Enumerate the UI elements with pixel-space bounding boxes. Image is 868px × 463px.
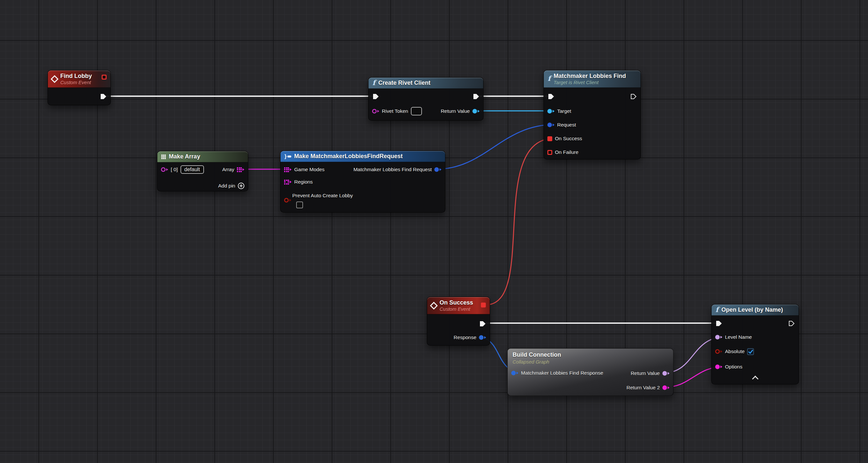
make-array-grid-icon [161, 154, 166, 159]
rivet-token-pin[interactable] [372, 109, 379, 113]
wire-layer [0, 0, 868, 463]
exec-out-pin[interactable] [630, 93, 637, 100]
pin-label-response-in: Matchmaker Lobbies Find Response [521, 370, 603, 376]
pin-label-absolute: Absolute [725, 349, 745, 354]
node-subtitle: Target is Rivet Client [554, 80, 626, 85]
wire-request-to-matchmakerfind [436, 124, 555, 169]
exec-out-pin[interactable] [788, 320, 795, 327]
pin-label-request: Request [557, 122, 576, 128]
function-f-icon: f [548, 74, 551, 83]
node-title: Make MatchmakerLobbiesFindRequest [294, 153, 403, 160]
add-pin-label: Add pin [218, 183, 235, 189]
node-title: Create Rivet Client [378, 80, 430, 86]
pin-label-rivet-token: Rivet Token [382, 108, 408, 114]
node-header[interactable]: Make Array [157, 151, 248, 163]
make-struct-icon: } [284, 153, 291, 159]
node-header[interactable]: } Make MatchmakerLobbiesFindRequest [281, 151, 445, 162]
pin-label-prevent-auto-create-lobby: Prevent Auto Create Lobby [292, 193, 353, 199]
wire-onsuccess-delegate [486, 138, 554, 305]
game-modes-pin[interactable] [284, 167, 291, 172]
node-title: Matchmaker Lobbies Find [554, 73, 626, 80]
absolute-pin[interactable] [715, 349, 722, 354]
pin-label-element-0: [ 0] [171, 167, 178, 172]
request-pin[interactable] [548, 123, 555, 127]
node-header[interactable]: On Success Custom Event [427, 297, 490, 314]
node-title: On Success [439, 299, 473, 306]
collapse-advanced-pins-chevron-icon[interactable] [752, 376, 758, 382]
exec-in-pin[interactable] [548, 93, 555, 100]
pin-label-response: Response [454, 335, 476, 340]
node-on-success[interactable]: On Success Custom Event Response [427, 297, 490, 346]
node-find-lobby[interactable]: Find Lobby Custom Event [48, 70, 111, 105]
node-title: Find Lobby [60, 73, 92, 80]
response-pin[interactable] [479, 335, 486, 340]
pin-label-return-value: Return Value [441, 108, 470, 114]
node-header[interactable]: f Open Level (by Name) [712, 305, 799, 316]
pin-label-request-out: Matchmaker Lobbies Find Request [353, 167, 432, 172]
prevent-auto-create-lobby-checkbox[interactable] [296, 202, 303, 208]
node-subtitle: Collapsed Graph [513, 359, 549, 365]
pin-label-regions: Regions [294, 179, 313, 185]
exec-out-pin[interactable] [100, 93, 107, 100]
delegate-pin[interactable] [481, 302, 486, 308]
node-subtitle: Custom Event [60, 80, 92, 85]
pin-label-return-value-2: Return Value 2 [626, 385, 660, 390]
options-pin[interactable] [715, 365, 722, 369]
regions-pin[interactable] [284, 180, 291, 184]
function-f-icon: f [372, 79, 375, 87]
pin-label-return-value: Return Value [631, 370, 660, 376]
node-title: Make Array [169, 153, 200, 160]
node-header[interactable]: f Create Rivet Client [369, 78, 483, 89]
pin-label-on-success: On Success [555, 136, 582, 142]
node-matchmaker-lobbies-find[interactable]: f Matchmaker Lobbies Find Target is Rive… [544, 70, 641, 160]
node-title: Build Connection [513, 351, 561, 358]
node-make-matchmakerlobbiesfindrequest[interactable]: } Make MatchmakerLobbiesFindRequest Game… [280, 151, 445, 212]
prevent-auto-create-lobby-pin[interactable] [284, 198, 291, 202]
matchmaker-lobbies-find-response-pin[interactable] [511, 371, 518, 375]
exec-out-pin[interactable] [472, 93, 479, 100]
node-open-level-by-name[interactable]: f Open Level (by Name) Level Name Absolu… [711, 304, 799, 384]
delegate-pin[interactable] [102, 75, 106, 80]
exec-out-pin[interactable] [479, 320, 486, 327]
absolute-checkbox[interactable] [747, 348, 754, 355]
on-failure-delegate-pin[interactable] [548, 150, 552, 155]
node-header[interactable]: Find Lobby Custom Event [48, 70, 111, 88]
function-f-icon: f [715, 306, 718, 314]
request-out-pin[interactable] [434, 167, 441, 172]
node-title: Open Level (by Name) [721, 307, 783, 313]
return-value-pin[interactable] [472, 109, 479, 113]
return-value-pin[interactable] [662, 371, 670, 376]
exec-in-pin[interactable] [372, 93, 379, 100]
pin-label-game-modes: Game Modes [294, 167, 324, 172]
node-build-connection[interactable]: Build Connection Collapsed Graph Matchma… [507, 348, 674, 396]
element-0-value-input[interactable]: default [181, 165, 204, 174]
on-success-delegate-pin[interactable] [548, 136, 552, 141]
target-pin[interactable] [548, 109, 555, 113]
blueprint-graph-canvas[interactable]: { "canvas":{"width":2664,"height":1420,"… [0, 0, 868, 463]
custom-event-diamond-icon [51, 75, 58, 83]
rivet-token-input[interactable] [411, 107, 422, 115]
node-create-rivet-client[interactable]: f Create Rivet Client Rivet Token Return… [368, 77, 484, 121]
pin-label-target: Target [557, 108, 571, 114]
node-header[interactable]: f Matchmaker Lobbies Find Target is Rive… [544, 70, 641, 88]
pin-label-level-name: Level Name [725, 334, 752, 340]
add-pin-button[interactable] [238, 182, 244, 189]
return-value-2-pin[interactable] [662, 385, 670, 390]
pin-label-on-failure: On Failure [555, 149, 578, 155]
level-name-pin[interactable] [715, 335, 722, 340]
checkmark-icon [748, 349, 753, 354]
exec-in-pin[interactable] [715, 320, 722, 327]
pin-label-options: Options [725, 364, 742, 370]
node-subtitle: Custom Event [439, 306, 473, 312]
custom-event-diamond-icon [430, 301, 438, 310]
array-out-pin[interactable] [237, 167, 244, 172]
pin-label-array-out: Array [222, 167, 234, 172]
array-element-0-pin[interactable] [161, 167, 168, 172]
node-make-array[interactable]: Make Array [ 0] default Array Add pin [157, 151, 248, 192]
